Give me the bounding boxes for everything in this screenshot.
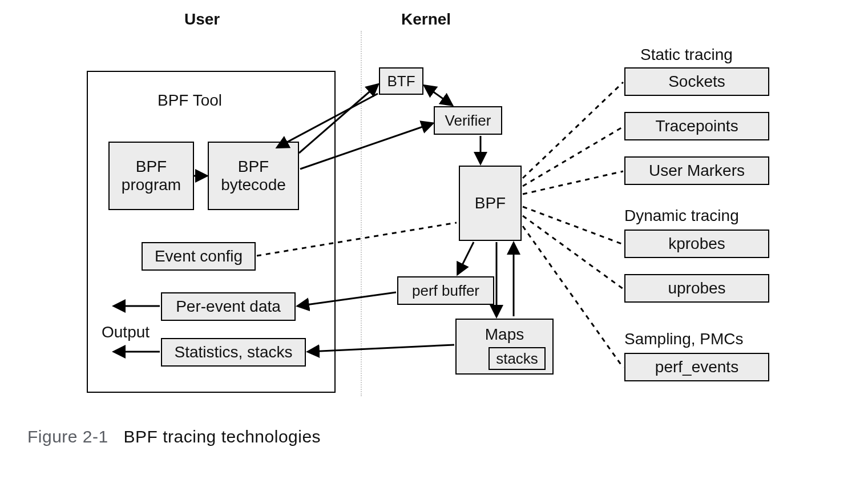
arrow-btf-to-bytecode — [277, 94, 378, 147]
dash-bpf-uprobes — [523, 216, 623, 289]
dash-bpf-kprobes — [523, 207, 623, 244]
arrows-layer — [0, 0, 868, 491]
arrow-bpf-to-perfbuffer — [458, 242, 474, 274]
dash-bpf-sockets — [523, 82, 623, 178]
dash-bpf-perfevents — [523, 226, 623, 368]
arrow-btf-verifier — [425, 86, 452, 105]
arrow-maps-to-stats — [308, 345, 454, 352]
arrow-perfbuffer-to-pereventdata — [298, 292, 396, 306]
dash-bpf-usermarkers — [523, 171, 623, 194]
dash-eventconfig-bpf — [257, 223, 457, 256]
arrow-bytecode-to-btf — [299, 84, 378, 153]
arrow-bytecode-to-verifier — [300, 123, 433, 169]
dash-bpf-tracepoints — [523, 127, 623, 186]
diagram-stage: User Kernel BPF Tool BPF program BPF byt… — [0, 0, 868, 491]
